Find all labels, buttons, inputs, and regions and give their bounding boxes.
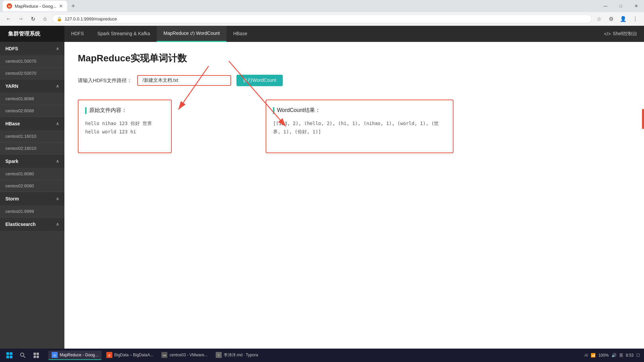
new-tab-button[interactable]: + <box>68 1 78 11</box>
sidebar-hdfs-label: HDFS <box>5 46 18 51</box>
windows-start-button[interactable] <box>4 350 15 361</box>
nav-tab-hbase[interactable]: HBase <box>226 26 254 42</box>
tab-bar: M MapReduce - Goog... ✕ + <box>0 0 644 12</box>
sidebar-item-centos01-9999[interactable]: centos01:9999 <box>0 205 64 218</box>
title-bar-decoration-right <box>273 107 274 114</box>
bigdata-app-label: BigData – BigDataA... <box>114 353 154 357</box>
svg-line-3 <box>178 66 209 110</box>
sidebar-section-yarn[interactable]: YARN ∧ <box>0 79 64 93</box>
sidebar-storm-label: Storm <box>5 196 19 201</box>
minimize-button[interactable]: — <box>598 0 613 12</box>
original-panel-title: 原始文件内容： <box>85 107 164 114</box>
active-tab[interactable]: M MapReduce - Goog... ✕ <box>3 1 67 11</box>
maximize-button[interactable]: □ <box>613 0 629 12</box>
search-button[interactable] <box>17 350 28 361</box>
svg-rect-5 <box>6 352 9 355</box>
sidebar-section-elasticsearch[interactable]: Elasticsearch ∧ <box>0 218 64 231</box>
sidebar-item-centos01-8080[interactable]: centos01:8080 <box>0 168 64 180</box>
ai-label: Ai <box>584 353 588 358</box>
sidebar-elasticsearch-label: Elasticsearch <box>5 222 36 227</box>
forward-button[interactable]: → <box>16 14 25 23</box>
app-topnav: 集群管理系统 HDFS Spark Streaming & Kafka MapR… <box>0 26 644 42</box>
tab-favicon: M <box>7 3 12 9</box>
taskbar-start <box>0 350 46 361</box>
svg-text:M: M <box>8 5 11 8</box>
taskbar: G MapReduce - Goog... B BigData – BigDat… <box>0 349 644 362</box>
sidebar: HDFS ∧ centos01:50070 centos02:50070 YAR… <box>0 42 64 362</box>
sidebar-hbase-label: HBase <box>5 121 20 126</box>
close-button[interactable]: ✕ <box>629 0 644 12</box>
input-label: 请输入HDFS文件路径： <box>78 77 132 84</box>
page-title: MapReduce实现单词计数 <box>78 52 631 65</box>
tab-close-button[interactable]: ✕ <box>59 3 63 9</box>
sidebar-section-hdfs[interactable]: HDFS ∧ <box>0 42 64 55</box>
nav-tab-hdfs[interactable]: HDFS <box>64 26 91 42</box>
nav-tab-mapreduce[interactable]: MapReduce の WordCount <box>157 26 226 42</box>
original-panel-content: hello nihao 123 你好 世界hello world 123 hi <box>85 119 164 136</box>
shell-label: Shell控制台 <box>613 31 637 37</box>
sidebar-item-centos01-8088[interactable]: centos01:8088 <box>0 93 64 105</box>
nav-tab-spark-kafka[interactable]: Spark Streaming & Kafka <box>91 26 157 42</box>
extensions-button[interactable]: ⚙ <box>606 14 616 23</box>
taskbar-app-centos03[interactable]: VM centos03 - VMware... <box>158 351 211 360</box>
address-text: 127.0.0.1:9999/mapreduce <box>65 16 117 21</box>
centos-app-icon: VM <box>161 352 167 358</box>
wordcount-result-panel: WordCount结果： [(123, 2), (hello, 2), (hi,… <box>266 100 453 153</box>
shell-button[interactable]: </> Shell控制台 <box>597 31 644 37</box>
bigdata-app-icon: B <box>106 352 112 358</box>
wordcount-panel-title-text: WordCount结果： <box>277 107 320 114</box>
sidebar-item-centos01-50070[interactable]: centos01:50070 <box>0 55 64 67</box>
taskbar-app-typora[interactable]: T 李沛洋.md · Typora <box>212 351 261 360</box>
reload-button[interactable]: ↻ <box>28 14 38 23</box>
svg-rect-6 <box>10 352 12 355</box>
shell-icon: </> <box>604 31 611 37</box>
profile-button[interactable]: 👤 <box>619 14 628 23</box>
chevron-up-icon-storm: ∧ <box>56 196 59 201</box>
sidebar-item-centos02-16010[interactable]: centos02:16010 <box>0 142 64 155</box>
svg-rect-14 <box>37 356 39 358</box>
chevron-up-icon-yarn: ∧ <box>56 84 59 88</box>
chevron-up-icon: ∧ <box>56 46 59 51</box>
task-view-button[interactable] <box>31 350 42 361</box>
typora-app-label: 李沛洋.md · Typora <box>224 352 258 358</box>
mapreduce-app-icon: G <box>52 352 58 358</box>
window-controls: — □ ✕ <box>598 0 644 12</box>
sidebar-section-storm[interactable]: Storm ∧ <box>0 192 64 205</box>
battery-label: 100% <box>598 353 609 358</box>
back-button[interactable]: ← <box>4 14 13 23</box>
run-wordcount-button[interactable]: 执行WordCount <box>236 75 283 86</box>
sidebar-item-centos02-8080[interactable]: centos02:8080 <box>0 180 64 192</box>
svg-text:VM: VM <box>163 354 166 357</box>
bookmark-button[interactable]: ☆ <box>594 14 604 23</box>
chevron-up-icon-hbase: ∧ <box>56 121 59 126</box>
address-bar[interactable]: 🔒 127.0.0.1:9999/mapreduce <box>52 14 592 23</box>
browser-actions: ☆ ⚙ 👤 ⋮ <box>594 14 640 23</box>
scroll-indicator <box>642 109 644 129</box>
app-container: 集群管理系统 HDFS Spark Streaming & Kafka MapR… <box>0 26 644 362</box>
svg-point-9 <box>20 353 24 356</box>
svg-rect-8 <box>10 356 12 358</box>
typora-app-icon: T <box>216 352 222 358</box>
sidebar-section-hbase[interactable]: HBase ∧ <box>0 117 64 130</box>
sidebar-item-centos01-16010[interactable]: centos01:16010 <box>0 130 64 142</box>
taskbar-app-bigdata[interactable]: B BigData – BigDataA... <box>103 351 157 360</box>
menu-button[interactable]: ⋮ <box>631 14 640 23</box>
svg-rect-13 <box>34 356 36 358</box>
path-input[interactable] <box>137 75 231 86</box>
sidebar-item-centos02-50070[interactable]: centos02:50070 <box>0 67 64 79</box>
sidebar-item-centos02-8088[interactable]: centos02:8088 <box>0 105 64 117</box>
svg-text:G: G <box>54 354 56 357</box>
centos-app-label: centos03 - VMware... <box>169 353 207 357</box>
content-area: MapReduce实现单词计数 请输入HDFS文件路径： 执行WordCount… <box>64 42 644 362</box>
taskbar-app-mapreduce[interactable]: G MapReduce - Goog... <box>48 351 102 360</box>
app-nav-tabs: HDFS Spark Streaming & Kafka MapReduce の… <box>64 26 597 42</box>
main-body: HDFS ∧ centos01:50070 centos02:50070 YAR… <box>0 42 644 362</box>
taskbar-clock: 8:53 <box>626 353 634 358</box>
browser-controls: ← → ↻ ⌂ 🔒 127.0.0.1:9999/mapreduce ☆ ⚙ 👤… <box>0 12 644 25</box>
input-row: 请输入HDFS文件路径： 执行WordCount <box>78 75 631 86</box>
home-button[interactable]: ⌂ <box>40 14 50 23</box>
lock-icon: 🔒 <box>57 16 62 21</box>
language-label: 英 <box>619 353 623 358</box>
sidebar-section-spark[interactable]: Spark ∧ <box>0 155 64 168</box>
clock-time: 8:53 <box>626 353 634 358</box>
